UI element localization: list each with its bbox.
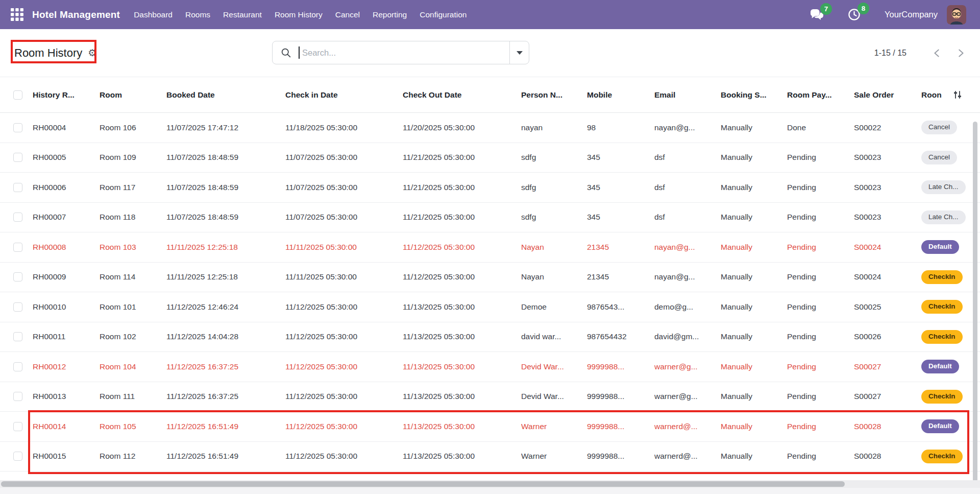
menu-item-reporting[interactable]: Reporting bbox=[373, 10, 407, 19]
menu-item-restaurant[interactable]: Restaurant bbox=[223, 10, 262, 19]
gear-icon[interactable]: ⚙ bbox=[88, 48, 96, 58]
table-row[interactable]: RH00011Room 10211/12/2025 14:04:2811/12/… bbox=[0, 322, 980, 352]
cell-checkout: 11/13/2025 05:30:00 bbox=[403, 332, 521, 341]
cell-id: RH00004 bbox=[33, 123, 100, 132]
table-row[interactable]: RH00004Room 10611/07/2025 17:47:1211/18/… bbox=[0, 113, 980, 143]
col-header-sale-order[interactable]: Sale Order bbox=[854, 90, 921, 100]
cell-sale: S00026 bbox=[854, 332, 921, 341]
row-checkbox[interactable] bbox=[13, 243, 22, 252]
table-row[interactable]: RH00012Room 10411/12/2025 16:37:2511/12/… bbox=[0, 352, 980, 382]
row-checkbox[interactable] bbox=[13, 362, 22, 371]
cell-booked: 11/12/2025 16:37:25 bbox=[166, 362, 285, 371]
cell-checkout: 11/13/2025 05:30:00 bbox=[403, 362, 521, 371]
cell-checkin: 11/12/2025 05:30:00 bbox=[285, 392, 403, 401]
cell-booking: Manually bbox=[721, 452, 787, 461]
cell-payment: Pending bbox=[787, 272, 854, 281]
horizontal-scrollbar-thumb[interactable] bbox=[1, 481, 845, 487]
search-dropdown-toggle[interactable] bbox=[509, 41, 529, 64]
col-header-check-out-date[interactable]: Check Out Date bbox=[403, 90, 521, 100]
cell-payment: Pending bbox=[787, 422, 854, 431]
pager-next-button[interactable] bbox=[954, 47, 967, 59]
col-header-person-name[interactable]: Person N... bbox=[521, 90, 587, 100]
messages-button[interactable]: 7 bbox=[810, 8, 824, 21]
table-row[interactable]: RH00005Room 10911/07/2025 18:48:5911/07/… bbox=[0, 143, 980, 173]
cell-person: Warner bbox=[521, 422, 587, 431]
row-checkbox[interactable] bbox=[13, 213, 22, 222]
cell-mobile: 9999988... bbox=[587, 452, 654, 461]
breadcrumb: Room History ⚙ bbox=[14, 46, 96, 60]
row-checkbox[interactable] bbox=[13, 183, 22, 192]
company-name[interactable]: YourCompany bbox=[885, 10, 938, 19]
menu-item-configuration[interactable]: Configuration bbox=[420, 10, 467, 19]
cell-checkin: 11/12/2025 05:30:00 bbox=[285, 452, 403, 461]
table-row[interactable]: RH00013Room 11111/12/2025 16:37:2511/12/… bbox=[0, 382, 980, 412]
cell-payment: Pending bbox=[787, 243, 854, 252]
cell-id: RH00007 bbox=[33, 213, 100, 222]
room-status-badge: Default bbox=[921, 360, 959, 373]
table-row[interactable]: RH00009Room 11411/11/2025 12:25:1811/11/… bbox=[0, 263, 980, 293]
cell-id: RH00013 bbox=[33, 392, 100, 401]
row-checkbox[interactable] bbox=[13, 452, 22, 461]
menu-item-dashboard[interactable]: Dashboard bbox=[134, 10, 173, 19]
table-row[interactable]: RH00015Room 11211/12/2025 16:51:4911/12/… bbox=[0, 442, 980, 472]
room-status-badge: Default bbox=[921, 240, 959, 254]
select-all-checkbox[interactable] bbox=[13, 90, 22, 100]
cell-room: Room 101 bbox=[100, 302, 166, 312]
cell-id: RH00005 bbox=[33, 153, 100, 162]
col-header-room[interactable]: Room bbox=[100, 90, 166, 100]
optional-columns-icon[interactable] bbox=[953, 90, 962, 99]
pager-prev-button[interactable] bbox=[931, 47, 943, 59]
search-icon bbox=[281, 48, 291, 58]
messages-count-badge: 7 bbox=[820, 3, 832, 15]
user-avatar[interactable] bbox=[947, 5, 966, 25]
table-body: RH00004Room 10611/07/2025 17:47:1211/18/… bbox=[0, 113, 980, 472]
cell-booked: 11/12/2025 14:04:28 bbox=[166, 332, 285, 341]
row-checkbox[interactable] bbox=[13, 153, 22, 162]
cell-checkout: 11/13/2025 05:30:00 bbox=[403, 302, 521, 312]
menu-item-cancel[interactable]: Cancel bbox=[335, 10, 360, 19]
cell-booked: 11/07/2025 18:48:59 bbox=[166, 183, 285, 192]
row-checkbox[interactable] bbox=[13, 123, 22, 132]
cell-checkout: 11/13/2025 05:30:00 bbox=[403, 452, 521, 461]
row-checkbox[interactable] bbox=[13, 302, 22, 312]
col-header-check-in-date[interactable]: Check in Date bbox=[285, 90, 403, 100]
col-header-booked-date[interactable]: Booked Date bbox=[166, 90, 285, 100]
table-row[interactable]: RH00008Room 10311/11/2025 12:25:1811/11/… bbox=[0, 232, 980, 263]
search-input[interactable] bbox=[300, 48, 509, 58]
cell-sale: S00027 bbox=[854, 362, 921, 371]
pager: 1-15 / 15 bbox=[874, 47, 967, 59]
cell-checkout: 11/20/2025 05:30:00 bbox=[403, 123, 521, 132]
col-header-email[interactable]: Email bbox=[654, 90, 721, 100]
row-checkbox[interactable] bbox=[13, 272, 22, 281]
cell-sale: S00023 bbox=[854, 153, 921, 162]
cell-sale: S00024 bbox=[854, 243, 921, 252]
apps-menu-button[interactable] bbox=[9, 7, 24, 22]
cell-person: sdfg bbox=[521, 153, 587, 162]
cell-booking: Manually bbox=[721, 302, 787, 312]
vertical-scrollbar[interactable] bbox=[973, 122, 977, 482]
room-history-list: History R... Room Booked Date Check in D… bbox=[0, 77, 980, 472]
menu-item-room-history[interactable]: Room History bbox=[275, 10, 323, 19]
table-row[interactable]: RH00014Room 10511/12/2025 16:51:4911/12/… bbox=[0, 412, 980, 442]
menu-item-rooms[interactable]: Rooms bbox=[185, 10, 210, 19]
col-header-mobile[interactable]: Mobile bbox=[587, 90, 654, 100]
row-checkbox[interactable] bbox=[13, 392, 22, 401]
table-row[interactable]: RH00006Room 11711/07/2025 18:48:5911/07/… bbox=[0, 173, 980, 203]
table-row[interactable]: RH00007Room 11811/07/2025 18:48:5911/07/… bbox=[0, 203, 980, 233]
cell-mobile: 345 bbox=[587, 153, 654, 162]
app-title[interactable]: Hotel Management bbox=[32, 9, 120, 20]
row-checkbox[interactable] bbox=[13, 332, 22, 341]
cell-booked: 11/07/2025 18:48:59 bbox=[166, 153, 285, 162]
room-status-badge: CheckIn bbox=[921, 450, 963, 463]
cell-email: nayan@g... bbox=[654, 272, 721, 281]
col-header-room-status[interactable]: Roon bbox=[921, 90, 942, 100]
table-row[interactable]: RH00010Room 10111/12/2025 12:46:2411/12/… bbox=[0, 292, 980, 322]
activities-button[interactable]: 8 bbox=[847, 8, 861, 21]
col-header-room-payment[interactable]: Room Pay... bbox=[787, 90, 854, 100]
cell-sale: S00027 bbox=[854, 392, 921, 401]
cell-room: Room 111 bbox=[100, 392, 166, 401]
col-header-history-ref[interactable]: History R... bbox=[33, 90, 100, 100]
cell-id: RH00014 bbox=[33, 422, 100, 431]
row-checkbox[interactable] bbox=[13, 422, 22, 431]
col-header-booking-source[interactable]: Booking S... bbox=[721, 90, 787, 100]
